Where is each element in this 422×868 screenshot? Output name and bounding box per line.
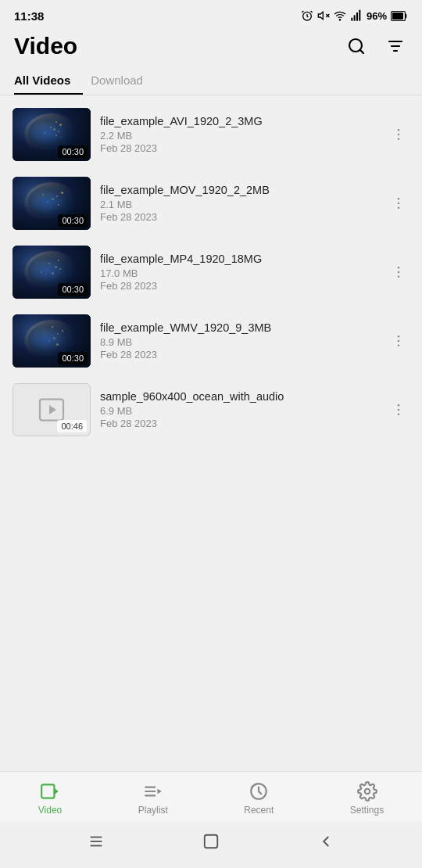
recent-nav-icon (249, 781, 269, 802)
duration-badge-5: 00:46 (57, 420, 87, 432)
more-button-1[interactable] (388, 122, 409, 147)
settings-nav-icon (357, 781, 377, 802)
status-icons: 96% (301, 9, 408, 22)
video-thumbnail-4: 00:30 (13, 314, 91, 368)
nav-label-playlist: Playlist (138, 805, 168, 816)
svg-point-17 (398, 138, 400, 141)
android-back-button[interactable] (314, 830, 338, 855)
more-vertical-icon (391, 402, 406, 418)
svg-point-31 (398, 414, 400, 416)
video-info-2: file_example_MOV_1920_2_2MB 2.1 MB Feb 2… (100, 184, 378, 223)
nav-label-settings: Settings (350, 805, 384, 816)
video-info-1: file_example_AVI_1920_2_3MG 2.2 MB Feb 2… (100, 115, 378, 154)
video-size-2: 2.1 MB (100, 199, 378, 210)
status-bar: 11:38 96% (0, 0, 422, 28)
video-date-3: Feb 28 2023 (100, 280, 378, 292)
video-info-3: file_example_MP4_1920_18MG 17.0 MB Feb 2… (100, 253, 378, 292)
alarm-icon (301, 9, 313, 22)
svg-point-19 (398, 203, 400, 205)
more-button-2[interactable] (388, 191, 409, 216)
app-header: Video (0, 28, 422, 67)
home-circle-icon (202, 833, 220, 850)
video-name-4: file_example_WMV_1920_9_3MB (100, 321, 378, 334)
video-thumbnail-5: 00:46 (13, 383, 91, 436)
svg-point-15 (398, 129, 400, 131)
svg-rect-5 (354, 15, 356, 20)
duration-badge-3: 00:30 (58, 283, 88, 296)
android-nav-bar (0, 822, 422, 868)
more-vertical-icon (391, 127, 406, 142)
more-button-5[interactable] (388, 397, 409, 422)
playlist-nav-icon (143, 781, 163, 802)
svg-point-21 (398, 267, 400, 269)
video-size-5: 6.9 MB (100, 405, 378, 417)
nav-item-settings[interactable]: Settings (338, 778, 396, 819)
svg-rect-9 (392, 13, 403, 20)
video-list: 00:30 file_example_AVI_1920_2_3MG 2.2 MB… (0, 100, 422, 771)
svg-marker-28 (49, 405, 56, 414)
signal-icon (350, 9, 363, 22)
android-recent-apps-button[interactable] (84, 830, 108, 855)
page-title: Video (14, 33, 77, 59)
nav-label-recent: Recent (244, 805, 274, 816)
more-button-3[interactable] (388, 260, 409, 285)
more-button-4[interactable] (388, 328, 409, 353)
video-thumbnail-1: 00:30 (13, 108, 91, 161)
svg-line-11 (360, 50, 363, 53)
tab-download[interactable]: Download (91, 67, 156, 95)
svg-point-29 (398, 404, 400, 407)
svg-rect-43 (205, 835, 218, 848)
svg-rect-32 (41, 784, 54, 798)
filter-button[interactable] (383, 34, 408, 59)
video-date-2: Feb 28 2023 (100, 211, 378, 223)
nav-item-video[interactable]: Video (26, 778, 74, 819)
duration-badge-1: 00:30 (58, 145, 88, 158)
video-thumbnail-2: 00:30 (13, 177, 91, 230)
video-nav-icon (40, 781, 60, 802)
header-actions (344, 34, 408, 59)
video-name-2: file_example_MOV_1920_2_2MB (100, 184, 378, 196)
video-info-4: file_example_WMV_1920_9_3MB 8.9 MB Feb 2… (100, 321, 378, 360)
svg-point-22 (398, 271, 400, 274)
more-vertical-icon (391, 195, 406, 211)
wifi-icon (334, 9, 346, 22)
svg-point-39 (364, 789, 370, 794)
recent-apps-icon (88, 833, 105, 850)
video-info-5: sample_960x400_ocean_with_audio 6.9 MB F… (100, 390, 378, 429)
svg-point-20 (398, 207, 400, 210)
tab-all-videos[interactable]: All Videos (14, 67, 83, 95)
video-size-4: 8.9 MB (100, 336, 378, 348)
video-size-3: 17.0 MB (100, 267, 378, 279)
svg-point-18 (398, 198, 400, 200)
list-item[interactable]: 00:30 file_example_WMV_1920_9_3MB 8.9 MB… (0, 307, 422, 375)
svg-rect-6 (356, 13, 358, 21)
svg-point-26 (398, 345, 400, 347)
mute-icon (317, 9, 330, 22)
list-item[interactable]: 00:30 file_example_AVI_1920_2_3MG 2.2 MB… (0, 100, 422, 169)
svg-marker-37 (157, 789, 161, 794)
battery-icon (391, 11, 408, 21)
svg-point-25 (398, 340, 400, 343)
video-name-5: sample_960x400_ocean_with_audio (100, 390, 378, 403)
duration-badge-2: 00:30 (58, 214, 88, 227)
search-button[interactable] (344, 34, 369, 59)
list-item[interactable]: 00:30 file_example_MP4_1920_18MG 17.0 MB… (0, 238, 422, 307)
back-icon (317, 833, 334, 850)
filter-icon (386, 37, 405, 56)
duration-badge-4: 00:30 (58, 352, 88, 364)
video-size-1: 2.2 MB (100, 130, 378, 142)
more-vertical-icon (391, 333, 406, 349)
list-item[interactable]: 00:46 sample_960x400_ocean_with_audio 6.… (0, 375, 422, 444)
nav-item-playlist[interactable]: Playlist (126, 778, 181, 819)
nav-item-recent[interactable]: Recent (231, 778, 286, 819)
list-item[interactable]: 00:30 file_example_MOV_1920_2_2MB 2.1 MB… (0, 169, 422, 238)
search-icon (347, 37, 366, 56)
video-name-1: file_example_AVI_1920_2_3MG (100, 115, 378, 127)
svg-point-30 (398, 409, 400, 411)
video-date-5: Feb 28 2023 (100, 418, 378, 429)
android-home-button[interactable] (199, 830, 223, 855)
video-thumbnail-3: 00:30 (13, 246, 91, 299)
svg-point-3 (339, 20, 340, 20)
svg-point-16 (398, 134, 400, 136)
svg-rect-7 (359, 10, 360, 21)
